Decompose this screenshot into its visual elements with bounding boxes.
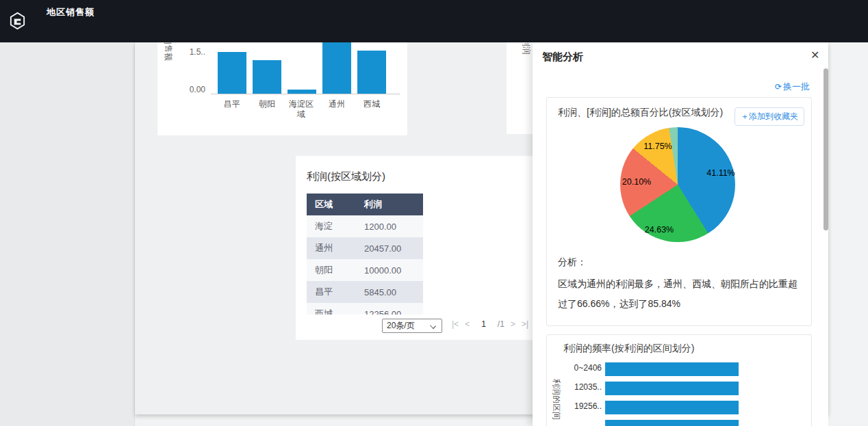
hidden-chart-y-axis-title: 利润 — [520, 42, 532, 55]
x-axis-label: 西城 — [356, 99, 387, 109]
top-header-bar: 地区销售额 — [0, 0, 868, 42]
profit-pie-chart[interactable]: 41.11% 24.63% 20.10% 11.75% — [620, 127, 735, 242]
bar-chart-plot-area[interactable] — [211, 42, 400, 94]
table-body: 海淀 1200.00 通州 20457.00 朝阳 10000.00 昌平 58… — [307, 215, 423, 315]
freq-card-title: 利润的频率(按利润的区间划分) — [563, 343, 694, 355]
y-axis-tick: 1.5.. — [185, 47, 205, 57]
page-size-select[interactable]: 20条/页 — [382, 319, 442, 333]
cell-profit: 10000.00 — [363, 265, 423, 276]
column-header-region: 区域 — [307, 198, 363, 211]
pager-controls: |< < 1 /1 > >| — [452, 319, 528, 329]
pagination-bar: 20条/页 |< < 1 /1 > >| — [296, 317, 535, 335]
first-page-button[interactable]: |< — [452, 319, 459, 329]
freq-bar[interactable] — [605, 382, 739, 395]
y-axis-tick: 0.00 — [185, 85, 205, 94]
cell-profit: 5845.00 — [363, 287, 423, 297]
cell-profit: 1200.00 — [363, 222, 423, 232]
bar-changping[interactable] — [218, 52, 246, 94]
panel-scrollbar-thumb[interactable] — [824, 68, 828, 230]
freq-bin-label: 12035.. — [566, 382, 602, 392]
pie-label: 20.10% — [622, 177, 651, 187]
x-axis-label: 海淀区域 — [288, 99, 314, 120]
table-header-row: 区域 利润 — [307, 194, 423, 215]
pie-card-title: 利润、[利润]的总额百分比(按区域划分) — [558, 107, 723, 119]
freq-bin-label: 0~2406 — [566, 363, 602, 373]
frequency-chart-card: 利润的频率(按利润的区间划分) 利润的区间 0~2406 12035.. 192… — [546, 334, 812, 426]
smart-analysis-panel: 智能分析 ✕ ⟳换一批 利润、[利润]的总额百分比(按区域划分) ＋添加到收藏夹… — [533, 42, 828, 426]
freq-bar[interactable] — [605, 420, 739, 426]
column-header-profit: 利润 — [363, 198, 423, 211]
analysis-label: 分析： — [558, 256, 587, 269]
pie-label: 11.75% — [643, 142, 672, 151]
table-card-title: 利润(按区域划分) — [307, 170, 385, 183]
table-row[interactable]: 海淀 1200.00 — [307, 215, 423, 237]
pie-chart-card: 利润、[利润]的总额百分比(按区域划分) ＋添加到收藏夹 41.11% 24.6… — [546, 97, 812, 326]
close-icon[interactable]: ✕ — [810, 49, 819, 62]
bar-chaoyang[interactable] — [253, 60, 281, 94]
cell-region: 朝阳 — [307, 264, 363, 276]
prev-page-button[interactable]: < — [465, 319, 470, 329]
page-size-value: 20条/页 — [387, 321, 415, 330]
page-left-margin — [0, 42, 135, 426]
app-root: 地区销售额 销售额 1.5.. 0.00 昌平 朝阳 海淀区域 通州 西城 利润 — [0, 0, 868, 426]
bar-haidian[interactable] — [288, 90, 316, 94]
bar-chart-y-axis-title: 销售额 — [162, 42, 174, 61]
x-axis-label: 通州 — [321, 99, 353, 109]
profit-table: 区域 利润 海淀 1200.00 通州 20457.00 朝阳 10000.00 — [307, 194, 423, 315]
current-page-value[interactable]: 1 — [476, 319, 492, 329]
profit-table-card: 利润(按区域划分) 区域 利润 海淀 1200.00 通州 20457.00 — [296, 156, 535, 340]
freq-bar[interactable] — [605, 362, 739, 376]
cell-profit: 20457.00 — [363, 243, 423, 254]
cell-region: 西城 — [307, 308, 363, 315]
dashboard-title: 地区销售额 — [47, 6, 94, 18]
freq-bin-label: 19256.. — [566, 401, 602, 411]
cell-profit: 12256.00 — [363, 309, 423, 315]
pie-label: 41.11% — [706, 168, 735, 178]
bar-xicheng[interactable] — [357, 51, 386, 94]
cell-region: 海淀 — [307, 220, 363, 232]
add-to-favorites-button[interactable]: ＋添加到收藏夹 — [735, 107, 804, 126]
table-row[interactable]: 西城 12256.00 — [307, 303, 423, 315]
table-row[interactable]: 朝阳 10000.00 — [307, 259, 423, 281]
chevron-down-icon — [430, 323, 436, 329]
analysis-text: 区域为通州的利润最多，通州、西城、朝阳所占的比重超过了66.66%，达到了85.… — [558, 274, 803, 314]
table-row[interactable]: 昌平 5845.00 — [307, 281, 423, 303]
last-page-button[interactable]: >| — [522, 319, 528, 329]
brand-hexagon-logo-icon — [8, 12, 27, 30]
x-axis-label: 朝阳 — [251, 99, 283, 109]
x-axis-label: 昌平 — [216, 99, 248, 109]
cell-region: 昌平 — [307, 286, 363, 298]
bar-tongzhou[interactable] — [322, 42, 351, 94]
cell-region: 通州 — [307, 242, 363, 254]
refresh-batch-link[interactable]: ⟳换一批 — [775, 81, 810, 93]
next-page-button[interactable]: > — [511, 319, 515, 329]
partially-hidden-chart-card: 利润 — [507, 42, 533, 134]
sales-bar-chart-card: 销售额 1.5.. 0.00 昌平 朝阳 海淀区域 通州 西城 — [157, 42, 407, 135]
table-row[interactable]: 通州 20457.00 — [307, 237, 423, 259]
total-pages-label: /1 — [498, 319, 505, 329]
panel-title: 智能分析 — [542, 51, 583, 64]
refresh-batch-label: 换一批 — [783, 81, 810, 92]
freq-y-axis-title: 利润的区间 — [550, 379, 562, 420]
freq-bar[interactable] — [605, 401, 739, 414]
pie-label: 24.63% — [645, 225, 674, 235]
refresh-icon: ⟳ — [775, 82, 782, 92]
